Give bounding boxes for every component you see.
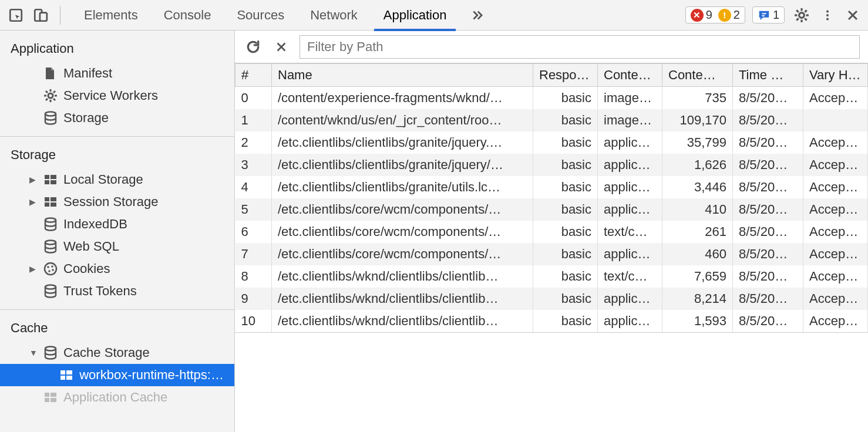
error-count: 9 [706, 8, 712, 22]
refresh-icon[interactable] [243, 37, 263, 57]
cell: basic [533, 243, 598, 265]
table-row[interactable]: 6/etc.clientlibs/core/wcm/components/…ba… [235, 221, 868, 243]
inspect-icon[interactable] [6, 5, 26, 25]
table-row[interactable]: 4/etc.clientlibs/clientlibs/granite/util… [235, 176, 868, 198]
expand-arrow-icon: ▶ [29, 197, 38, 207]
cell: 8/5/20… [733, 87, 803, 110]
cell: applic… [598, 288, 662, 310]
cell: /etc.clientlibs/clientlibs/granite/jquer… [272, 154, 533, 176]
gear-icon[interactable] [792, 5, 812, 25]
filter-input[interactable] [300, 35, 860, 59]
cell: 7 [235, 243, 272, 265]
sidebar-item-label: Local Storage [63, 172, 143, 187]
cell: 10 [235, 310, 272, 332]
col-header[interactable]: Respo… [533, 64, 598, 87]
cell: 1,593 [662, 310, 733, 332]
table-row[interactable]: 9/etc.clientlibs/wknd/clientlibs/clientl… [235, 288, 868, 310]
close-icon[interactable] [843, 6, 862, 25]
cell: text/c… [598, 265, 662, 288]
sidebar-item-label: Trust Tokens [63, 284, 137, 299]
sidebar-item-label: Cookies [63, 261, 110, 276]
cell: 1 [235, 109, 272, 131]
sidebar-item-trust-tokens[interactable]: Trust Tokens [0, 280, 234, 302]
sidebar-item-application-cache[interactable]: Application Cache [0, 386, 234, 409]
cell: 7,659 [662, 265, 733, 288]
grid-icon [43, 390, 58, 404]
sidebar-item-manifest[interactable]: Manifest [0, 62, 234, 85]
cell: /etc.clientlibs/core/wcm/components/… [272, 243, 533, 265]
sidebar-item-workbox-runtime-https-pu[interactable]: workbox-runtime-https://pu [0, 364, 234, 386]
db-icon [43, 111, 58, 125]
cell: text/c… [598, 221, 662, 243]
more-tabs-icon[interactable] [467, 6, 485, 24]
cell: 8/5/20… [733, 310, 803, 332]
section-title: Application [0, 36, 234, 62]
kebab-icon[interactable] [819, 5, 836, 25]
issues-badge[interactable]: 1 [752, 6, 785, 23]
cell: 410 [662, 198, 733, 221]
cell: applic… [598, 198, 662, 221]
cell: /etc.clientlibs/core/wcm/components/… [272, 198, 533, 221]
delete-icon[interactable] [272, 38, 290, 56]
sidebar-item-label: Web SQL [63, 239, 119, 254]
table-row[interactable]: 7/etc.clientlibs/core/wcm/components/…ba… [235, 243, 868, 265]
table-row[interactable]: 2/etc.clientlibs/clientlibs/granite/jque… [235, 131, 868, 154]
tab-network[interactable]: Network [297, 0, 371, 31]
grid-icon [43, 195, 58, 209]
table-row[interactable]: 0/content/experience-fragments/wknd/…bas… [235, 87, 868, 110]
db-icon [43, 284, 58, 298]
sidebar-item-indexeddb[interactable]: IndexedDB [0, 213, 234, 235]
db-icon [43, 346, 58, 360]
sidebar-item-session-storage[interactable]: ▶Session Storage [0, 191, 234, 213]
cell: Accep… [803, 87, 868, 110]
tab-console[interactable]: Console [151, 0, 224, 31]
tab-elements[interactable]: Elements [71, 0, 151, 31]
cell: /content/experience-fragments/wknd/… [272, 87, 533, 110]
cell: 8/5/20… [733, 265, 803, 288]
sidebar-item-cache-storage[interactable]: ▼Cache Storage [0, 342, 234, 364]
col-header[interactable]: Conte… [662, 64, 733, 87]
table-row[interactable]: 10/etc.clientlibs/wknd/clientlibs/client… [235, 310, 868, 332]
cell: 8 [235, 265, 272, 288]
cell: Accep… [803, 265, 868, 288]
table-row[interactable]: 3/etc.clientlibs/clientlibs/granite/jque… [235, 154, 868, 176]
cell: basic [533, 288, 598, 310]
col-header[interactable]: Time … [733, 64, 803, 87]
section-title: Cache [0, 316, 234, 342]
gear-icon [43, 89, 58, 103]
cell: 261 [662, 221, 733, 243]
error-icon: ✕ [691, 9, 704, 22]
cell: basic [533, 87, 598, 110]
cell: basic [533, 131, 598, 154]
cell: 8/5/20… [733, 131, 803, 154]
cell: image… [598, 109, 662, 131]
cell: 109,170 [662, 109, 733, 131]
errors-warnings-badge[interactable]: ✕9 !2 [685, 6, 745, 23]
cell: 8/5/20… [733, 288, 803, 310]
section-cache: Cache ▼Cache Storageworkbox-runtime-http… [0, 310, 234, 416]
db-icon [43, 217, 58, 231]
col-header[interactable]: Conte… [598, 64, 662, 87]
sidebar-item-local-storage[interactable]: ▶Local Storage [0, 168, 234, 191]
table-row[interactable]: 8/etc.clientlibs/wknd/clientlibs/clientl… [235, 265, 868, 288]
cell: basic [533, 154, 598, 176]
cell: 3 [235, 154, 272, 176]
cell: applic… [598, 176, 662, 198]
col-header[interactable]: Vary H… [803, 64, 868, 87]
divider [60, 6, 60, 25]
col-header[interactable]: # [235, 64, 272, 87]
tab-application[interactable]: Application [371, 0, 460, 31]
sidebar-item-service-workers[interactable]: Service Workers [0, 85, 234, 107]
warning-icon: ! [718, 9, 731, 22]
cell: basic [533, 265, 598, 288]
sidebar-item-cookies[interactable]: ▶Cookies [0, 258, 234, 280]
table-row[interactable]: 1/content/wknd/us/en/_jcr_content/roo…ba… [235, 109, 868, 131]
cell: /etc.clientlibs/wknd/clientlibs/clientli… [272, 265, 533, 288]
col-header[interactable]: Name [272, 64, 533, 87]
cell: image… [598, 87, 662, 110]
device-icon[interactable] [31, 5, 51, 25]
tab-sources[interactable]: Sources [224, 0, 297, 31]
sidebar-item-web-sql[interactable]: Web SQL [0, 235, 234, 258]
sidebar-item-storage[interactable]: Storage [0, 107, 234, 129]
table-row[interactable]: 5/etc.clientlibs/core/wcm/components/…ba… [235, 198, 868, 221]
